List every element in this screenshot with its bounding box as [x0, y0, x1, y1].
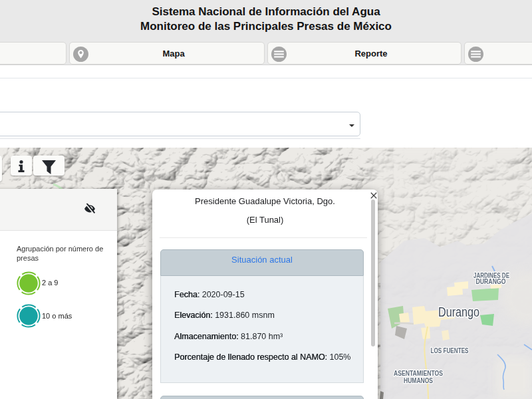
svg-text:DURANGO: DURANGO: [476, 278, 506, 285]
svg-text:ASENTAMIENTOS: ASENTAMIENTOS: [394, 370, 443, 377]
svg-text:Durango: Durango: [438, 305, 479, 319]
svg-text:HUMANOS: HUMANOS: [404, 377, 433, 384]
svg-text:LOS FUENTES: LOS FUENTES: [431, 347, 469, 354]
